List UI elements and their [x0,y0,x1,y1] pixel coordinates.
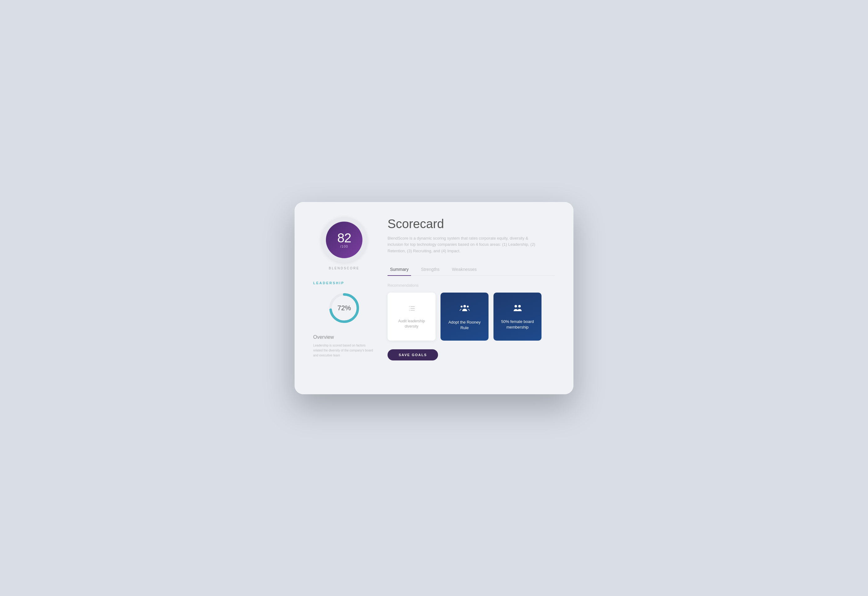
main-layout: 82 /100 BLENDSCORE LEADERSHIP 72% Overvi… [313,217,555,361]
leadership-donut-chart: 72% [327,291,361,325]
svg-rect-1 [410,308,415,309]
card-female-board[interactable]: 50% female board membership [493,293,542,341]
score-circle-inner: 82 /100 [326,222,362,258]
device-frame: 82 /100 BLENDSCORE LEADERSHIP 72% Overvi… [295,202,573,394]
overview-title: Overview [313,334,334,340]
svg-point-7 [461,306,462,308]
svg-rect-2 [410,310,415,311]
left-panel: 82 /100 BLENDSCORE LEADERSHIP 72% Overvi… [313,217,375,361]
card-female-board-label: 50% female board membership [493,319,542,330]
svg-point-8 [467,306,469,308]
donut-percent-label: 72% [337,304,351,312]
score-number: 82 [337,232,351,244]
tabs-bar: Summary Strengths Weaknesses [388,265,555,276]
tab-weaknesses[interactable]: Weaknesses [449,265,487,275]
svg-text:×: × [409,308,410,309]
group-icon [459,303,470,316]
svg-rect-3 [409,306,410,307]
save-goals-button[interactable]: SAVE GOALS [388,349,438,361]
card-rooney-label: Adopt the Rooney Rule [440,319,489,331]
card-audit-leadership[interactable]: × Audit leadership diversity [388,293,435,341]
tab-strengths[interactable]: Strengths [419,265,449,275]
tab-summary[interactable]: Summary [388,265,419,275]
leadership-section-title: LEADERSHIP [313,281,344,285]
score-denominator: /100 [340,244,348,248]
svg-point-6 [464,305,466,308]
scorecard-title: Scorecard [388,217,555,231]
svg-rect-0 [410,306,415,307]
right-panel: Scorecard BlendScore is a dynamic scorin… [388,217,555,361]
scorecard-description: BlendScore is a dynamic scoring system t… [388,235,536,254]
female-group-icon [513,303,523,315]
svg-point-9 [515,305,517,308]
card-audit-label: Audit leadership diversity [388,319,435,329]
score-circle-outer: 82 /100 [321,217,367,263]
svg-point-10 [518,305,521,308]
recommendation-cards-row: × Audit leadership diversity [388,293,555,341]
card-rooney-rule[interactable]: Adopt the Rooney Rule [440,293,489,341]
list-check-icon: × [407,304,416,315]
svg-rect-5 [409,310,410,311]
overview-text: Leadership is scored based on factors re… [313,343,375,358]
blendscore-label: BLENDSCORE [329,266,360,270]
recommendations-label: Recommendations [388,283,555,288]
